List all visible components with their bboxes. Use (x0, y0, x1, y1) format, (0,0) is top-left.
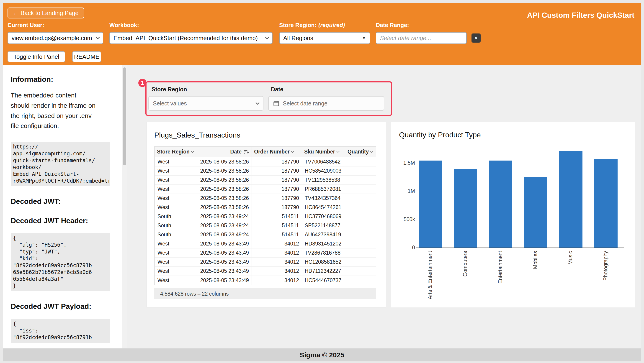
table-cell: South (155, 221, 198, 230)
embed-url-code: https:// app.sigmacomputing.com/ quick-s… (11, 142, 110, 186)
column-header-order-number[interactable]: Order Number (252, 147, 302, 157)
workbook-select[interactable]: Embed_API_QuickStart (Recommended for th… (110, 32, 272, 44)
table-cell: West (155, 267, 198, 276)
table-cell: HC5444670737 (302, 276, 345, 285)
sidebar-scrollbar[interactable] (122, 65, 127, 349)
embed-area: 1 Store Region Select values Date Select… (127, 65, 641, 349)
column-label: Quantity (348, 149, 369, 155)
toggle-info-panel-button[interactable]: Toggle Info Panel (8, 51, 65, 62)
chevron-down-icon (291, 149, 294, 153)
table-cell: SP5221148877 (302, 221, 345, 230)
table-cell: 34012 (252, 239, 302, 248)
table-cell: 2025-08-05 23:58:26 (198, 176, 252, 184)
table-title: Plugs_Sales_Transactions (154, 131, 386, 139)
table-cell: West (155, 239, 198, 248)
dropdown-arrow-icon: ▼ (362, 36, 366, 40)
y-axis-label: 0 (391, 244, 415, 251)
table-cell (345, 239, 376, 248)
table-cell: 2025-08-05 23:58:26 (198, 185, 252, 194)
column-label: Sku Number (304, 149, 335, 155)
table-cell (345, 185, 376, 194)
table-row: South2025-08-05 23:49:24514511AU64273984… (155, 230, 376, 239)
table-row: West2025-08-05 23:58:26187790HC585420900… (155, 166, 376, 176)
table-cell (345, 258, 376, 267)
data-table: Store Region Date Order Number Sku Numbe… (154, 146, 376, 285)
filter-store-region-label: Store Region (152, 86, 187, 93)
store-region-filter-placeholder: Select values (153, 100, 187, 107)
table-cell (345, 166, 376, 175)
table-cell: 514511 (252, 221, 302, 230)
x-axis-line (416, 248, 624, 248)
table-cell: 187790 (252, 157, 302, 166)
table-footer: 4,584,628 rows – 22 columns (154, 288, 376, 299)
column-header-store-region[interactable]: Store Region (155, 147, 198, 157)
column-label: Order Number (254, 149, 290, 155)
table-cell: 2025-08-05 23:58:26 (198, 203, 252, 212)
information-heading: Information: (11, 75, 114, 84)
readme-button[interactable]: README (72, 51, 101, 62)
copyright-text: Sigma © 2025 (300, 351, 344, 359)
table-cell: South (155, 230, 198, 239)
current-user-label: Current User: (8, 22, 44, 28)
date-range-input[interactable]: Select date range... (376, 32, 467, 44)
table-row: West2025-08-05 23:58:26187790PR688537208… (155, 185, 376, 194)
table-cell: 187790 (252, 166, 302, 175)
table-cell (345, 230, 376, 239)
table-cell: HC5854209003 (302, 166, 345, 175)
clear-date-range-button[interactable]: × (472, 33, 480, 42)
table-row: West2025-08-05 23:43:4934012TV2867816788 (155, 248, 376, 258)
current-user-select[interactable]: view.embed.qs@example.com (8, 32, 103, 44)
date-filter-input[interactable]: Select date range (268, 96, 384, 111)
chart-bar (594, 159, 618, 248)
x-axis-label: Computers (462, 251, 469, 277)
date-range-placeholder: Select date range... (380, 35, 431, 42)
back-to-landing-button[interactable]: ← Back to Landing Page (8, 7, 84, 18)
store-region-select[interactable]: All Regions ▼ (279, 32, 370, 44)
annotation-box: 1 Store Region Select values Date Select… (146, 81, 392, 116)
column-header-sku-number[interactable]: Sku Number (302, 147, 345, 157)
table-cell: South (155, 212, 198, 221)
table-row: West2025-08-05 23:58:26187790HC864547426… (155, 203, 376, 212)
chevron-down-icon (336, 149, 340, 153)
table-cell (345, 212, 376, 221)
chart-bar (559, 151, 582, 248)
chevron-down-icon (191, 149, 194, 153)
chevron-down-icon (96, 35, 100, 39)
decoded-jwt-header-heading: Decoded JWT Header: (11, 217, 114, 225)
table-cell: HD8931451202 (302, 239, 345, 248)
table-cell: 2025-08-05 23:58:26 (198, 194, 252, 203)
table-cell (345, 157, 376, 166)
column-header-date[interactable]: Date (198, 147, 252, 157)
table-cell: TV7006488542 (302, 157, 345, 166)
table-cell: West (155, 203, 198, 212)
table-row: West2025-08-05 23:43:4934012HC1208581652 (155, 258, 376, 267)
table-cell: 2025-08-05 23:43:49 (198, 258, 252, 267)
table-cell: West (155, 194, 198, 203)
workbook-value: Embed_API_QuickStart (Recommended for th… (114, 35, 258, 42)
column-label: Store Region (157, 149, 190, 155)
store-region-filter-select[interactable]: Select values (148, 96, 264, 111)
table-cell: West (155, 176, 198, 184)
jwt-header-code: { "alg": "HS256", "typ": "JWT", "kid": "… (11, 233, 110, 291)
table-cell (345, 221, 376, 230)
decoded-jwt-payload-heading: Decoded JWT Payload: (11, 302, 114, 311)
chevron-down-icon (256, 101, 260, 105)
table-body: West2025-08-05 23:58:26187790TV700648854… (155, 157, 376, 285)
table-cell: 2025-08-05 23:58:26 (198, 157, 252, 166)
app-title: API Custom Filters QuickStart (527, 11, 634, 19)
y-axis-label: 500k (391, 216, 415, 223)
annotation-badge: 1 (138, 79, 146, 87)
table-cell: West (155, 248, 198, 257)
table-cell: West (155, 166, 198, 175)
sort-descending-icon (244, 149, 249, 155)
chart-bar (418, 161, 442, 248)
table-row: West2025-08-05 23:58:26187790TV112953853… (155, 176, 376, 185)
column-header-quantity[interactable]: Quantity (345, 147, 376, 157)
table-cell: 514511 (252, 212, 302, 221)
scrollbar-thumb[interactable] (123, 67, 126, 165)
table-cell: 187790 (252, 185, 302, 194)
table-cell: 34012 (252, 276, 302, 285)
app-header: ← Back to Landing Page API Custom Filter… (3, 3, 641, 65)
table-cell: TV2867816788 (302, 248, 345, 257)
column-label: Date (230, 149, 242, 155)
